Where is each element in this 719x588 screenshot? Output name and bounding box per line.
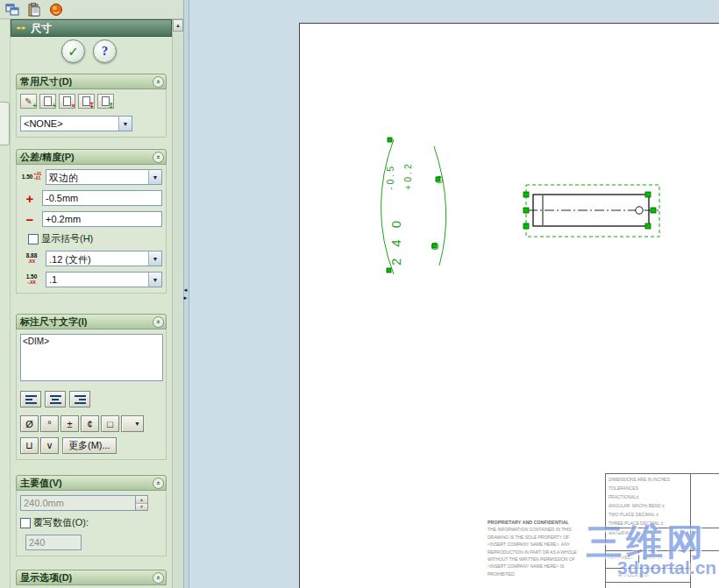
save-favorite-icon[interactable]: ↧ — [78, 94, 95, 109]
justify-right-button[interactable] — [69, 391, 90, 407]
add-favorite-icon[interactable]: + — [39, 94, 56, 109]
override-value-label: 覆写数值(O): — [33, 516, 89, 529]
counterbore-symbol-button[interactable]: ⊔ — [20, 437, 39, 454]
show-parentheses-label: 显示括号(H) — [41, 232, 93, 245]
group-tolerance-label: 公差/精度(P) — [20, 151, 75, 164]
titleblock-line — [605, 582, 690, 583]
tolerance-type-icon: 1.50 +.01 -.01 — [20, 173, 43, 181]
more-symbols-dropdown[interactable]: ▼ — [121, 415, 144, 432]
degree-symbol-button[interactable]: ° — [40, 415, 59, 432]
chevron-down-icon[interactable]: ▼ — [148, 273, 161, 287]
justify-center-icon — [50, 395, 61, 404]
group-dimension-text-label: 标注尺寸文字(I) — [20, 315, 87, 329]
primary-precision-dropdown[interactable]: .12 (文件) ▼ — [46, 251, 162, 266]
watermark: 三维网 3dportal.cn — [586, 522, 716, 578]
chevron-down-icon[interactable]: ▼ — [148, 170, 161, 184]
panel-scrollbar[interactable]: ▲ — [172, 19, 183, 588]
min-variation-input[interactable] — [42, 211, 162, 227]
collapse-chevron-icon[interactable]: « — [153, 316, 164, 328]
primary-value-spinner[interactable]: ▲▼ — [136, 495, 148, 511]
chevron-down-icon[interactable]: ▼ — [148, 251, 161, 266]
text-line: TOLERANCES: — [609, 484, 693, 492]
justify-buttons — [20, 391, 162, 407]
group-tolerance: 公差/精度(P) « 1.50 +.01 -.01 双边的 ▼ + — [16, 149, 167, 294]
tile-windows-icon[interactable] — [3, 1, 22, 18]
tolerance-type-value: 双边的 — [46, 170, 148, 184]
text-line: FRACTIONAL± — [609, 492, 693, 501]
text-line: ANGULAR: MACH± BEND ± — [609, 501, 693, 510]
symbol-buttons: Ø ° ± ¢ □ ▼ — [20, 415, 162, 432]
justify-center-button[interactable] — [45, 391, 66, 407]
group-display-options: 显示选项(D) « — [16, 570, 167, 585]
show-parentheses-checkbox[interactable] — [28, 234, 39, 244]
top-toolbar — [0, 0, 183, 19]
splitter-left-icon: ◄ — [183, 287, 189, 293]
square-symbol-button[interactable]: □ — [101, 415, 119, 432]
group-favorites: 常用尺寸(D) « ✎+ + × ↧ ↥ <NONE> ▼ — [16, 74, 167, 138]
group-primary-value-header[interactable]: 主要值(V) « — [16, 475, 167, 491]
max-variation-input[interactable] — [42, 190, 162, 206]
group-favorites-header[interactable]: 常用尺寸(D) « — [16, 74, 167, 89]
panel-actions: ✓ ? — [61, 39, 117, 63]
diameter-symbol-button[interactable]: Ø — [20, 415, 39, 432]
performance-icon[interactable] — [46, 1, 66, 18]
override-value-input[interactable] — [25, 535, 82, 550]
spinner-down-icon[interactable]: ▼ — [136, 504, 147, 511]
text-line: TWO PLACE DECIMAL ± — [609, 510, 693, 519]
apply-default-icon[interactable]: ✎+ — [20, 94, 37, 109]
collapse-chevron-icon[interactable]: « — [153, 478, 164, 489]
primary-value-input[interactable] — [20, 495, 136, 511]
min-variation-sign: − — [20, 212, 39, 227]
spinner-up-icon[interactable]: ▲ — [136, 496, 147, 504]
tolerance-precision-value: .1 — [46, 273, 148, 287]
dimension-text-area[interactable]: <DIM> — [20, 334, 163, 381]
group-primary-value-label: 主要值(V) — [20, 477, 62, 490]
countersink-symbol-button[interactable]: ∨ — [40, 437, 59, 454]
chevron-down-icon[interactable]: ▼ — [118, 117, 132, 131]
splitter-right-icon: ► — [183, 295, 189, 301]
help-button[interactable]: ? — [93, 39, 117, 63]
collapse-chevron-icon[interactable]: « — [153, 572, 164, 584]
collapse-chevron-icon[interactable]: « — [153, 76, 164, 88]
max-variation-sign: + — [20, 191, 39, 206]
splitter-handle[interactable]: ◄ ► — [183, 287, 189, 301]
justify-right-icon — [75, 395, 86, 404]
tolerance-precision-icon: 1.50 -.XX — [20, 274, 43, 285]
justify-left-button[interactable] — [20, 391, 41, 407]
group-display-options-header[interactable]: 显示选项(D) « — [16, 570, 167, 585]
centerline-symbol-button[interactable]: ¢ — [81, 415, 99, 432]
justify-left-icon — [25, 395, 37, 404]
panel-flyout-tab[interactable] — [0, 102, 10, 145]
panel-title: 尺寸 — [31, 21, 52, 36]
favorites-dropdown-value: <NONE> — [21, 117, 118, 131]
clipboard-icon[interactable] — [25, 1, 44, 18]
primary-precision-value: .12 (文件) — [46, 251, 148, 266]
scroll-up-icon[interactable]: ▲ — [173, 19, 183, 32]
more-symbols-button[interactable]: 更多(M)... — [62, 437, 117, 454]
group-tolerance-header[interactable]: 公差/精度(P) « — [16, 149, 167, 165]
text-line: DIMENSIONS ARE IN INCHES — [609, 475, 693, 484]
ok-button[interactable]: ✓ — [61, 39, 85, 63]
favorites-toolbar: ✎+ + × ↧ ↥ — [20, 94, 162, 109]
watermark-url: 3dportal.cn — [617, 557, 716, 578]
solidworks-window: DIMENSIONS ARE IN INCHESTOLERANCES:FRACT… — [0, 0, 719, 588]
tolerance-type-dropdown[interactable]: 双边的 ▼ — [46, 169, 162, 185]
group-dimension-text: 标注尺寸文字(I) « <DIM> Ø ° ± ¢ □ — [16, 314, 167, 460]
delete-favorite-icon[interactable]: × — [59, 94, 75, 109]
collapse-chevron-icon[interactable]: « — [153, 152, 164, 163]
dimension-icon — [16, 24, 26, 32]
titleblock-notes: DIMENSIONS ARE IN INCHESTOLERANCES:FRACT… — [609, 475, 693, 528]
favorites-dropdown[interactable]: <NONE> ▼ — [20, 116, 132, 131]
group-display-options-label: 显示选项(D) — [20, 571, 72, 584]
group-dimension-text-header[interactable]: 标注尺寸文字(I) « — [16, 314, 167, 329]
plus-minus-symbol-button[interactable]: ± — [61, 415, 79, 432]
group-primary-value: 主要值(V) « ▲▼ 覆写数值(O): — [16, 475, 167, 556]
primary-precision-icon: 8.88 .XX — [20, 253, 43, 264]
load-favorite-icon[interactable]: ↥ — [97, 94, 114, 109]
override-value-checkbox[interactable] — [20, 518, 31, 528]
tolerance-precision-dropdown[interactable]: .1 ▼ — [46, 272, 162, 287]
titleblock-line — [605, 473, 719, 474]
property-manager-header: 尺寸 — [11, 19, 172, 37]
group-favorites-label: 常用尺寸(D) — [20, 75, 72, 89]
